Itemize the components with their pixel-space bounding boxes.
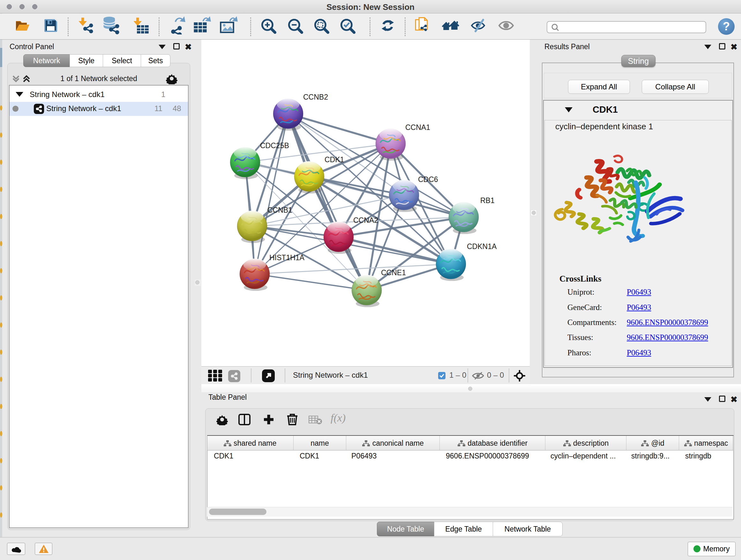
svg-text:CCNB1: CCNB1 — [267, 206, 292, 214]
svg-text:CCNA2: CCNA2 — [353, 216, 378, 225]
svg-text:CDC6: CDC6 — [418, 175, 438, 184]
svg-text:CCNA1: CCNA1 — [405, 123, 430, 132]
svg-text:CCNE1: CCNE1 — [381, 268, 406, 277]
svg-text:HIST1H1A: HIST1H1A — [269, 253, 305, 262]
svg-text:RB1: RB1 — [480, 196, 495, 205]
svg-text:CDC25B: CDC25B — [260, 141, 289, 150]
svg-text:CCNB2: CCNB2 — [303, 93, 328, 101]
svg-text:CDK1: CDK1 — [325, 155, 344, 164]
svg-text:CDKN1A: CDKN1A — [467, 242, 497, 251]
